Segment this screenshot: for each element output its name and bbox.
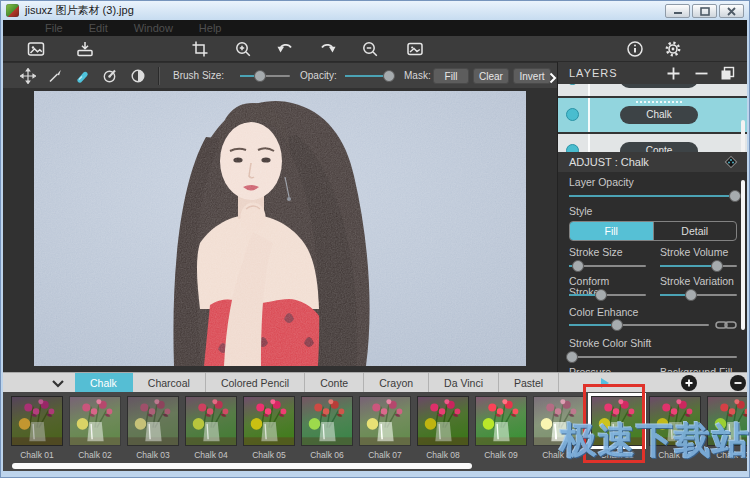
adjust-header: ADJUST : Chalk [558,152,747,172]
zoom-in-thumbnails-button[interactable] [681,375,697,391]
preset-thumbnail[interactable]: Chalk 04 [185,396,237,462]
zoom-in-icon[interactable] [234,40,252,58]
mask-invert-button[interactable]: Invert [513,68,551,84]
brush-size-handle[interactable] [254,70,266,82]
preset-thumbnail-label: Chalk 09 [475,450,527,460]
layer-row-chalk[interactable]: Chalk [558,98,747,132]
title-bar[interactable]: jisuxz 图片素材 (3).jpg [1,1,749,20]
adjust-title: ADJUST : Chalk [569,156,649,168]
clone-brush-tool-icon[interactable] [102,68,118,84]
close-icon [727,7,736,16]
preset-tab[interactable]: Pastel [499,373,559,393]
main-toolbar [3,36,747,62]
maximize-button[interactable] [692,4,717,18]
menu-bar: FileEditWindowHelp [3,20,747,36]
open-image-icon[interactable] [27,40,45,58]
tone-tool-icon[interactable] [130,68,146,84]
menu-item[interactable]: Window [134,22,173,34]
preset-thumbnail[interactable]: Chalk 02 [69,396,121,462]
redo-icon[interactable] [319,40,337,58]
tool-options-bar: Brush Size: Opacity: Mask: Fill Clear In… [3,62,557,88]
zoom-out-icon[interactable] [361,40,379,58]
menu-item[interactable]: File [45,22,63,34]
collapse-presets-icon[interactable] [51,379,65,388]
crop-icon[interactable] [191,40,209,58]
minimize-button[interactable] [665,4,690,18]
menu-item[interactable]: Edit [89,22,108,34]
layer-name-pill[interactable]: Conte [620,142,698,152]
preset-tab[interactable]: Crayon [364,373,429,393]
stroke-variation-label: Stroke Variation [660,276,737,287]
move-tool-icon[interactable] [20,68,36,84]
stroke-volume-label: Stroke Volume [660,247,737,258]
preset-tab[interactable]: Charcoal [133,373,206,393]
eraser-tool-icon[interactable] [74,68,90,84]
style-segmented-control: Fill Detail [569,221,737,241]
edited-photo[interactable] [34,91,526,366]
zoom-out-thumbnails-button[interactable] [730,375,746,391]
layer-visibility-dot[interactable] [566,108,579,121]
preset-thumbnail-label: Chalk 07 [359,450,411,460]
import-icon[interactable] [76,40,94,58]
preset-thumbnail[interactable]: Chalk 07 [359,396,411,462]
layers-scrollbar[interactable] [741,120,745,152]
preset-thumbnail[interactable]: Chalk 08 [417,396,469,462]
conform-strokes-slider[interactable] [569,288,646,302]
color-enhance-label: Color Enhance [569,307,737,318]
preset-thumbnail[interactable]: Chalk 03 [127,396,179,462]
mask-fill-button[interactable]: Fill [433,68,469,84]
stroke-variation-slider[interactable] [660,288,737,302]
canvas-area[interactable] [3,88,557,372]
layer-name-pill[interactable] [620,84,698,88]
stroke-volume-slider[interactable] [660,259,737,273]
preset-tab[interactable]: Da Vinci [429,373,499,393]
thumbnail-scrollbar-thumb[interactable] [12,463,472,469]
preset-thumbnail[interactable]: Chalk 01 [11,396,63,462]
remove-layer-icon[interactable] [694,66,709,81]
app-icon [6,4,19,17]
opacity-slider[interactable] [345,69,395,83]
info-icon[interactable] [626,40,644,58]
preset-thumbnail-label: Chalk 08 [417,450,469,460]
layer-drag-dots [636,101,682,103]
preset-thumbnail-label: Chalk 03 [127,450,179,460]
layer-row-conte[interactable]: Conte [558,134,747,152]
link-icon[interactable] [715,319,737,331]
paint-brush-tool-icon[interactable] [47,68,63,84]
brush-size-slider[interactable] [240,69,290,83]
add-layer-icon[interactable] [666,66,681,81]
stroke-size-label: Stroke Size [569,247,646,258]
stroke-color-shift-label: Stroke Color Shift [569,338,737,349]
layer-opacity-label: Layer Opacity [569,177,737,188]
layer-visibility-dot[interactable] [566,144,579,152]
menu-item[interactable]: Help [199,22,222,34]
style-fill-option[interactable]: Fill [570,222,653,240]
preset-tab[interactable]: Chalk [75,373,133,393]
preset-thumbnail[interactable]: Chalk 06 [301,396,353,462]
layer-opacity-slider[interactable] [569,189,737,203]
settings-gear-icon[interactable] [664,40,682,58]
adjust-scrollbar[interactable] [741,180,745,330]
stroke-size-slider[interactable] [569,259,646,273]
layer-row-partial[interactable] [558,84,747,96]
preset-tab[interactable]: Conte [305,373,364,393]
close-button[interactable] [719,4,744,18]
layer-name-pill[interactable]: Chalk [620,106,698,124]
mask-clear-button[interactable]: Clear [473,68,509,84]
mask-label: Mask: [404,70,431,81]
color-enhance-slider[interactable] [569,318,709,332]
duplicate-layer-icon[interactable] [720,66,735,81]
preset-tab[interactable]: Colored Pencil [206,373,305,393]
stroke-color-shift-slider[interactable] [569,350,737,364]
preset-thumbnail[interactable]: Chalk 05 [243,396,295,462]
layers-list: Chalk Conte [558,84,747,152]
opacity-handle[interactable] [383,70,395,82]
pix-diamond-icon[interactable] [723,154,739,170]
style-detail-option[interactable]: Detail [653,222,737,240]
adjust-panel: Layer Opacity Style Fill Detail Stroke S… [558,172,747,372]
layer-visibility-dot[interactable] [566,84,579,85]
preset-thumbnail[interactable]: Chalk 09 [475,396,527,462]
minimize-icon [673,7,683,15]
undo-icon[interactable] [276,40,294,58]
compare-original-icon[interactable] [406,40,424,58]
